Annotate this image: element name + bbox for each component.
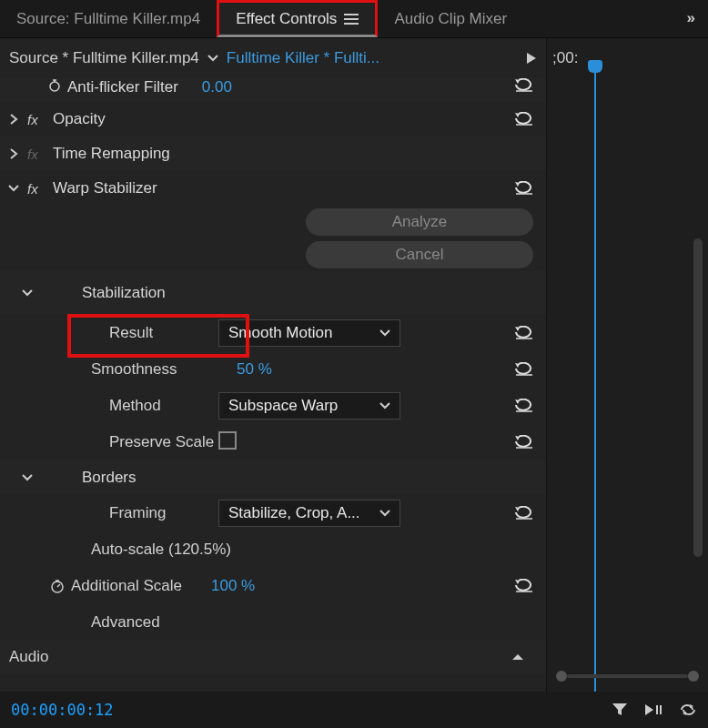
hamburger-icon[interactable] (344, 14, 359, 25)
row-audio[interactable]: Audio (0, 641, 546, 673)
tab-effect-controls[interactable]: Effect Controls (217, 0, 378, 37)
chevron-right-icon[interactable] (5, 114, 22, 125)
chevron-down-icon[interactable] (5, 474, 42, 481)
framing-label: Framing (27, 504, 218, 522)
play-icon[interactable] (526, 52, 537, 65)
chevron-right-icon[interactable] (0, 581, 46, 592)
tab-source[interactable]: Source: Fulltime Killer.mp4 (0, 0, 217, 37)
panel-tabs: Source: Fulltime Killer.mp4 Effect Contr… (0, 0, 708, 38)
dropdown-value: Subspace Warp (228, 397, 338, 415)
cancel-button[interactable]: Cancel (306, 241, 533, 268)
analyze-row: Analyze (0, 206, 546, 238)
tabs-overflow-icon[interactable]: » (674, 0, 708, 37)
row-framing: Framing Stabilize, Crop, A... (0, 495, 546, 531)
chevron-down-icon (379, 329, 390, 337)
tab-label: Effect Controls (236, 10, 337, 28)
stabilization-label: Stabilization (82, 284, 166, 302)
svg-point-0 (50, 82, 59, 91)
timeline-column: ;00: (546, 38, 708, 692)
time-remapping-label: Time Remapping (53, 145, 170, 163)
additional-scale-label: Additional Scale (66, 577, 211, 595)
fx-icon[interactable]: fx (27, 112, 47, 127)
row-result: Result Smooth Motion (0, 315, 546, 351)
row-method: Method Subspace Warp (0, 388, 546, 424)
zoom-handle-left[interactable] (556, 671, 567, 682)
smoothness-value[interactable]: 50 % (237, 360, 428, 379)
chevron-right-icon[interactable] (0, 617, 46, 628)
timeline-scrollbar[interactable] (693, 238, 703, 557)
row-warp-stabilizer[interactable]: fx Warp Stabilizer (0, 171, 546, 206)
chevron-down-icon[interactable] (205, 55, 221, 62)
chevron-right-icon[interactable] (5, 148, 22, 159)
row-additional-scale: Additional Scale 100 % (0, 568, 546, 604)
chevron-down-icon[interactable] (5, 185, 22, 192)
effects-list: Anti-flicker Filter 0.00 fx Opacity fx T… (0, 78, 546, 692)
reset-icon[interactable] (515, 579, 533, 593)
timecode-label: ;00: (552, 49, 578, 67)
opacity-label: Opacity (53, 110, 106, 128)
playhead[interactable] (594, 69, 596, 724)
timeline-zoom-slider[interactable] (556, 672, 699, 681)
dropdown-value: Smooth Motion (228, 324, 332, 342)
loop-icon[interactable] (679, 703, 697, 717)
additional-scale-value[interactable]: 100 % (211, 577, 402, 595)
row-preserve-scale: Preserve Scale (0, 424, 546, 460)
bottom-bar: 00:00:00:12 (0, 692, 708, 728)
reset-icon[interactable] (515, 326, 533, 340)
reset-icon[interactable] (515, 78, 533, 93)
zoom-handle-right[interactable] (688, 671, 699, 682)
collapse-up-icon[interactable] (511, 652, 546, 662)
row-time-remapping[interactable]: fx Time Remapping (0, 136, 546, 171)
fx-icon[interactable]: fx (27, 181, 47, 197)
result-dropdown[interactable]: Smooth Motion (218, 319, 400, 347)
timeline-ruler[interactable]: ;00: (547, 38, 708, 78)
main-column: Source * Fulltime Killer.mp4 Fulltime Ki… (0, 38, 546, 692)
row-opacity[interactable]: fx Opacity (0, 102, 546, 136)
chevron-down-icon (379, 510, 390, 517)
anti-flicker-value[interactable]: 0.00 (202, 78, 232, 96)
row-borders[interactable]: Borders (0, 460, 546, 495)
chevron-down-icon (379, 402, 390, 410)
row-advanced[interactable]: Advanced (0, 604, 546, 641)
method-label: Method (27, 397, 218, 415)
cancel-row: Cancel (0, 238, 546, 271)
framing-dropdown[interactable]: Stabilize, Crop, A... (218, 500, 400, 527)
tab-audio-clip-mixer[interactable]: Audio Clip Mixer (378, 0, 523, 37)
preserve-scale-checkbox[interactable] (218, 431, 237, 450)
sequence-link[interactable]: Fulltime Killer * Fullti... (227, 49, 379, 67)
zoom-track[interactable] (567, 674, 688, 678)
source-sequence-row: Source * Fulltime Killer.mp4 Fulltime Ki… (0, 38, 546, 78)
row-stabilization[interactable]: Stabilization (0, 271, 546, 315)
stopwatch-icon[interactable] (49, 578, 66, 594)
anti-flicker-label: Anti-flicker Filter (67, 78, 178, 96)
analyze-button[interactable]: Analyze (306, 208, 533, 236)
fx-icon[interactable]: fx (27, 147, 47, 162)
borders-label: Borders (82, 469, 137, 487)
chevron-right-icon[interactable] (0, 544, 46, 555)
filter-icon[interactable] (612, 703, 628, 717)
row-auto-scale: Auto-scale (120.5%) (0, 531, 546, 568)
source-clip-label: Source * Fulltime Killer.mp4 (9, 49, 199, 67)
play-only-icon[interactable] (644, 703, 662, 716)
reset-icon[interactable] (515, 435, 533, 450)
audio-label: Audio (9, 648, 48, 666)
effect-controls-panel: Source * Fulltime Killer.mp4 Fulltime Ki… (0, 38, 708, 692)
advanced-label: Advanced (46, 613, 237, 632)
reset-icon[interactable] (515, 112, 533, 126)
result-label: Result (27, 324, 218, 342)
current-timecode[interactable]: 00:00:00:12 (11, 701, 114, 719)
smoothness-label: Smoothness (46, 360, 237, 379)
reset-icon[interactable] (515, 362, 533, 377)
row-smoothness: Smoothness 50 % (0, 351, 546, 388)
row-anti-flicker[interactable]: Anti-flicker Filter 0.00 (0, 78, 546, 102)
dropdown-value: Stabilize, Crop, A... (228, 504, 360, 522)
reset-icon[interactable] (515, 506, 533, 521)
reset-icon[interactable] (515, 399, 533, 413)
warp-stabilizer-label: Warp Stabilizer (53, 179, 157, 197)
chevron-right-icon[interactable] (0, 364, 46, 375)
method-dropdown[interactable]: Subspace Warp (218, 392, 400, 420)
chevron-down-icon[interactable] (5, 289, 42, 297)
preserve-scale-label: Preserve Scale (27, 433, 218, 451)
stopwatch-icon[interactable] (47, 78, 62, 93)
reset-icon[interactable] (515, 181, 533, 196)
